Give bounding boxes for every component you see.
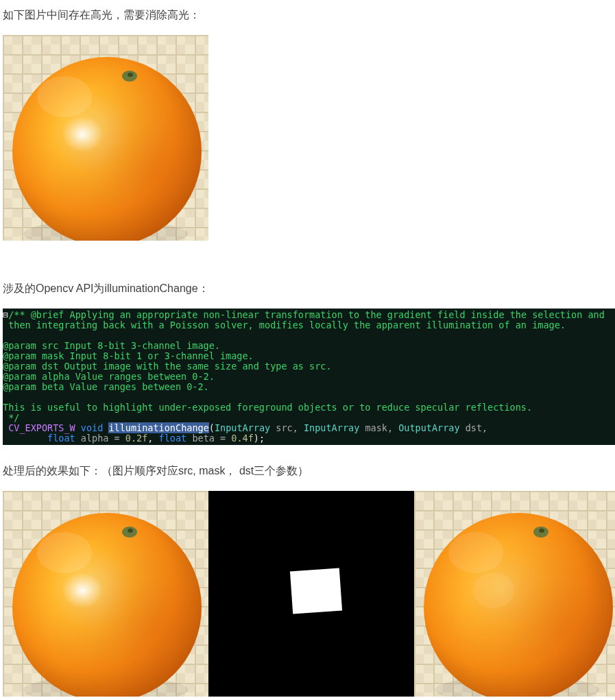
code-inputarray2: InputArray	[304, 422, 359, 433]
svg-point-40	[448, 532, 503, 573]
code-num1: 0.2f	[125, 433, 148, 444]
svg-point-16	[71, 144, 72, 145]
code-paren: (	[209, 422, 215, 433]
svg-point-38	[539, 529, 544, 533]
mask-shape	[290, 568, 342, 614]
code-float1: float	[47, 433, 75, 444]
code-comma: ,	[147, 433, 158, 444]
code-mask: mask,	[359, 422, 398, 433]
code-float2: float	[159, 433, 187, 444]
svg-point-29	[88, 596, 89, 598]
code-line-7: @param alpha Value ranges between 0-2.	[3, 371, 215, 382]
code-line-1: /** @brief Applying an appropriate non-l…	[8, 309, 605, 320]
code-dst: dst,	[460, 422, 488, 433]
svg-point-11	[62, 117, 103, 152]
code-fn-name: illuminationChange	[108, 422, 208, 433]
code-line-2: then integrating back with a Poisson sol…	[3, 319, 566, 330]
result-row	[3, 491, 612, 697]
svg-point-22	[12, 513, 202, 697]
result-mask	[208, 491, 414, 697]
orange-svg	[3, 35, 208, 241]
svg-point-12	[37, 76, 92, 117]
code-beta: beta =	[186, 433, 231, 444]
orange-dst-svg	[414, 491, 615, 697]
paragraph-result: 处理后的效果如下：（图片顺序对应src, mask， dst三个参数）	[3, 464, 612, 479]
code-alpha: alpha =	[75, 433, 125, 444]
svg-point-31	[91, 590, 93, 591]
svg-point-24	[128, 529, 133, 533]
code-line-8: @param beta Value ranges between 0-2.	[3, 381, 209, 392]
code-block: ⊟/** @brief Applying an appropriate non-…	[3, 309, 615, 445]
code-cv-exports: CV_EXPORTS_W	[8, 422, 75, 433]
code-line-6: @param dst Output image with the same si…	[3, 361, 332, 372]
svg-point-39	[473, 572, 514, 608]
code-indent	[3, 433, 47, 444]
code-inputarray1: InputArray	[215, 422, 270, 433]
code-line-10: This is useful to highlight under-expose…	[3, 402, 532, 413]
code-end: );	[254, 433, 265, 444]
svg-point-15	[88, 141, 89, 142]
svg-point-30	[71, 600, 72, 601]
code-void: void	[75, 422, 109, 433]
svg-point-27	[77, 593, 79, 594]
code-outputarray: OutputArray	[398, 422, 459, 433]
code-line-5: @param mask Input 8-bit 1 or 3-channel i…	[3, 350, 254, 361]
svg-point-36	[424, 513, 613, 697]
svg-point-17	[91, 134, 93, 135]
svg-point-26	[37, 532, 92, 573]
result-src	[3, 491, 208, 697]
code-src: src,	[270, 422, 304, 433]
result-dst	[414, 491, 615, 697]
svg-point-18	[76, 127, 77, 128]
svg-point-25	[62, 572, 103, 608]
svg-point-13	[77, 137, 79, 138]
image-orange-src	[3, 35, 612, 241]
svg-point-8	[12, 57, 202, 241]
code-line-4: @param src Input 8-bit 3-channel image.	[3, 340, 220, 351]
svg-point-10	[128, 73, 133, 77]
paragraph-api: 涉及的Opencv API为illuminationChange：	[3, 282, 612, 296]
fold-marker: ⊟	[3, 309, 8, 320]
paragraph-intro: 如下图片中间存在高光，需要消除高光：	[3, 8, 612, 23]
orange-src-svg	[3, 491, 208, 697]
svg-point-14	[83, 130, 84, 132]
code-num2: 0.4f	[231, 433, 254, 444]
code-line-11: */	[3, 412, 19, 423]
svg-point-28	[83, 586, 84, 588]
svg-point-32	[76, 583, 77, 584]
